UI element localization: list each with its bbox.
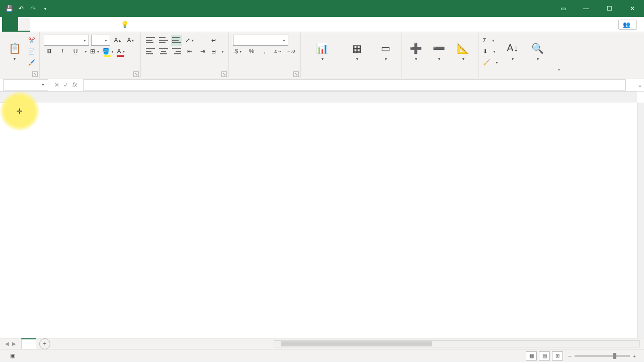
copy-button[interactable]: 📄 bbox=[28, 46, 35, 56]
launcher-icon[interactable]: ↘ bbox=[133, 71, 139, 77]
align-right-icon[interactable] bbox=[171, 46, 182, 57]
minimize-icon[interactable]: — bbox=[575, 0, 598, 17]
bold-button[interactable]: B bbox=[44, 46, 55, 57]
align-top-icon[interactable] bbox=[145, 35, 156, 46]
chevron-down-icon: ▼ bbox=[220, 50, 224, 53]
maximize-icon[interactable]: ☐ bbox=[598, 0, 621, 17]
sheet-nav-next-icon[interactable]: ▶ bbox=[12, 341, 16, 346]
formula-bar[interactable] bbox=[83, 79, 626, 90]
delete-cells-button[interactable]: ➖▼ bbox=[429, 34, 449, 67]
insert-cells-button[interactable]: ➕▼ bbox=[406, 34, 426, 67]
normal-view-icon[interactable]: ▦ bbox=[526, 351, 537, 360]
borders-button[interactable]: ⊞▼ bbox=[90, 46, 101, 57]
enter-formula-icon[interactable]: ✓ bbox=[63, 81, 68, 88]
fill-button[interactable]: ⬇▼ bbox=[483, 46, 499, 56]
percent-format-button[interactable]: % bbox=[246, 46, 257, 57]
align-middle-icon[interactable] bbox=[158, 35, 169, 46]
fill-color-button[interactable]: 🪣▼ bbox=[103, 46, 114, 57]
conditional-formatting-button[interactable]: 📊 ▼ bbox=[305, 34, 340, 67]
tab-data[interactable] bbox=[66, 17, 78, 32]
name-box[interactable]: ▼ bbox=[3, 79, 48, 90]
cell-styles-button[interactable]: ▭ ▼ bbox=[374, 34, 397, 67]
horizontal-scrollbar[interactable] bbox=[274, 340, 640, 347]
cell-styles-icon: ▭ bbox=[379, 41, 393, 55]
undo-icon[interactable]: ↶ bbox=[17, 5, 25, 13]
format-cells-button[interactable]: 📐▼ bbox=[452, 34, 474, 67]
tab-view[interactable] bbox=[91, 17, 103, 32]
column-headers bbox=[18, 92, 637, 103]
align-left-icon[interactable] bbox=[145, 46, 156, 57]
tab-page-layout[interactable] bbox=[42, 17, 54, 32]
tab-home[interactable] bbox=[18, 17, 30, 32]
font-size-select[interactable]: ▼ bbox=[91, 35, 110, 46]
sheet-tab[interactable] bbox=[21, 338, 36, 349]
page-layout-view-icon[interactable]: ▤ bbox=[539, 351, 550, 360]
tell-me-search[interactable]: 💡 bbox=[115, 17, 612, 32]
chevron-down-icon: ▼ bbox=[414, 57, 418, 61]
macro-record-icon[interactable]: ▣ bbox=[10, 352, 15, 359]
lightbulb-icon: 💡 bbox=[121, 21, 129, 28]
italic-button[interactable]: I bbox=[57, 46, 68, 57]
sort-filter-button[interactable]: A↓▼ bbox=[502, 34, 524, 67]
decrease-decimal-button[interactable]: ←.0 bbox=[285, 46, 296, 57]
zoom-out-icon[interactable]: − bbox=[568, 353, 571, 359]
chevron-down-icon[interactable]: ▼ bbox=[83, 50, 88, 53]
select-all-corner[interactable] bbox=[0, 92, 18, 103]
increase-indent-icon[interactable]: ⇥ bbox=[197, 46, 208, 57]
decrease-font-icon[interactable]: A▼ bbox=[125, 35, 136, 46]
increase-decimal-button[interactable]: .0→ bbox=[272, 46, 283, 57]
format-painter-button[interactable]: 🖌️ bbox=[28, 57, 35, 67]
qat-customize-icon[interactable]: ▾ bbox=[41, 5, 49, 13]
cancel-formula-icon[interactable]: ✕ bbox=[54, 81, 59, 88]
zoom-in-icon[interactable]: + bbox=[633, 353, 636, 359]
comma-format-button[interactable]: , bbox=[259, 46, 270, 57]
find-select-button[interactable]: 🔍▼ bbox=[527, 34, 549, 67]
chevron-down-icon: ▼ bbox=[320, 57, 324, 61]
tab-formulas[interactable] bbox=[54, 17, 66, 32]
formula-bar-row: ▼ ✕ ✓ fx ⌄ bbox=[0, 78, 644, 92]
font-color-button[interactable]: A▼ bbox=[116, 46, 127, 57]
zoom-slider[interactable] bbox=[575, 355, 630, 357]
title-bar: 💾 ↶ ↷ ▾ ▭ — ☐ ✕ bbox=[0, 0, 644, 17]
increase-font-icon[interactable]: A▲ bbox=[112, 35, 123, 46]
vertical-scrollbar[interactable] bbox=[637, 103, 644, 338]
tab-review[interactable] bbox=[78, 17, 91, 32]
merge-center-button[interactable]: ⊟▼ bbox=[211, 46, 224, 56]
collapse-ribbon-icon[interactable]: ⌃ bbox=[553, 32, 565, 78]
cut-button[interactable]: ✂️ bbox=[28, 35, 35, 45]
find-icon: 🔍 bbox=[531, 41, 545, 55]
launcher-icon[interactable]: ↘ bbox=[221, 71, 227, 77]
insert-function-icon[interactable]: fx bbox=[72, 81, 77, 88]
group-label bbox=[44, 76, 136, 77]
new-sheet-button[interactable]: + bbox=[39, 338, 50, 349]
autosum-button[interactable]: Σ▼ bbox=[483, 35, 499, 45]
align-center-icon[interactable] bbox=[158, 46, 169, 57]
accounting-format-button[interactable]: $▼ bbox=[233, 46, 244, 57]
tab-insert[interactable] bbox=[30, 17, 42, 32]
align-bottom-icon[interactable] bbox=[171, 35, 182, 46]
decrease-indent-icon[interactable]: ⇤ bbox=[184, 46, 195, 57]
close-icon[interactable]: ✕ bbox=[621, 0, 644, 17]
number-format-select[interactable]: ▼ bbox=[233, 35, 288, 46]
font-name-select[interactable]: ▼ bbox=[44, 35, 89, 46]
launcher-icon[interactable]: ↘ bbox=[293, 71, 299, 77]
expand-formula-bar-icon[interactable]: ⌄ bbox=[636, 81, 644, 88]
page-break-view-icon[interactable]: ⊞ bbox=[552, 351, 563, 360]
orientation-button[interactable]: ⤢▼ bbox=[184, 35, 195, 46]
autosum-icon: Σ bbox=[483, 37, 487, 43]
save-icon[interactable]: 💾 bbox=[5, 5, 13, 13]
share-button[interactable]: 👥 bbox=[618, 20, 637, 30]
cells-area[interactable] bbox=[18, 103, 637, 338]
clear-button[interactable]: 🧹▼ bbox=[483, 57, 499, 67]
sheet-nav-prev-icon[interactable]: ◀ bbox=[5, 341, 9, 346]
ribbon-display-icon[interactable]: ▭ bbox=[551, 0, 575, 17]
tab-power-pivot[interactable] bbox=[103, 17, 115, 32]
redo-icon[interactable]: ↷ bbox=[29, 5, 37, 13]
launcher-icon[interactable]: ↘ bbox=[32, 71, 38, 77]
wrap-text-button[interactable]: ↩ bbox=[211, 35, 224, 45]
tab-file[interactable] bbox=[2, 17, 18, 32]
format-as-table-button[interactable]: ▦ ▼ bbox=[343, 34, 371, 67]
spreadsheet-grid[interactable]: ✛ bbox=[0, 92, 644, 338]
underline-button[interactable]: U bbox=[70, 46, 81, 57]
paste-button[interactable]: 📋 ▼ bbox=[4, 34, 25, 67]
